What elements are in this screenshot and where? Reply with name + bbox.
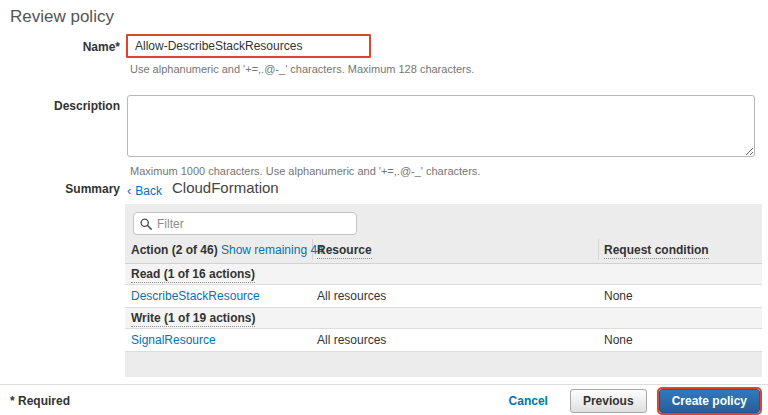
search-icon xyxy=(140,218,152,230)
group-header-row-read: Read (1 of 16 actions) xyxy=(125,264,762,285)
service-title: CloudFormation xyxy=(172,179,279,196)
required-note: * Required xyxy=(10,394,70,408)
resource-column-header: Resource xyxy=(317,243,372,259)
action-column-header: Action (2 of 46) xyxy=(131,243,218,257)
footer-actions: Cancel Previous Create policy xyxy=(509,389,760,413)
description-field-label: Description xyxy=(0,99,120,113)
column-divider xyxy=(598,239,599,260)
filter-box xyxy=(133,212,357,235)
policy-name-input[interactable] xyxy=(126,34,371,58)
summary-label: Summary xyxy=(0,182,120,196)
name-field-label: Name* xyxy=(0,40,120,54)
policy-summary-panel: Action (2 of 46) Show remaining 44 Resou… xyxy=(125,204,762,377)
table-header-row: Action (2 of 46) Show remaining 44 Resou… xyxy=(125,236,762,264)
action-link[interactable]: SignalResource xyxy=(131,333,216,347)
group-header-label: Read (1 of 16 actions) xyxy=(131,267,255,283)
table-row: DescribeStackResource All resources None xyxy=(125,285,762,308)
cancel-button[interactable]: Cancel xyxy=(509,394,548,408)
filter-input[interactable] xyxy=(157,217,350,231)
resource-value: All resources xyxy=(317,289,386,303)
request-condition-value: None xyxy=(604,333,633,347)
request-condition-value: None xyxy=(604,289,633,303)
name-helper-text: Use alphanumeric and '+=,.@-_' character… xyxy=(130,63,474,75)
group-header-row-write: Write (1 of 19 actions) xyxy=(125,308,762,329)
back-link-label: Back xyxy=(135,184,162,198)
page-title: Review policy xyxy=(10,7,114,27)
actions-table: Action (2 of 46) Show remaining 44 Resou… xyxy=(125,236,762,352)
action-link[interactable]: DescribeStackResource xyxy=(131,289,260,303)
previous-button[interactable]: Previous xyxy=(570,389,647,413)
back-link[interactable]: ‹Back xyxy=(127,183,162,198)
show-remaining-link[interactable]: Show remaining 44 xyxy=(221,243,324,257)
footer-bar: * Required Cancel Previous Create policy xyxy=(0,384,768,415)
resource-value: All resources xyxy=(317,333,386,347)
table-row: SignalResource All resources None xyxy=(125,329,762,352)
description-helper-text: Maximum 1000 characters. Use alphanumeri… xyxy=(130,165,480,177)
policy-description-textarea[interactable] xyxy=(127,95,755,157)
chevron-left-icon: ‹ xyxy=(127,183,131,198)
group-header-label: Write (1 of 19 actions) xyxy=(131,311,255,327)
request-condition-column-header: Request condition xyxy=(604,243,709,259)
create-policy-button[interactable]: Create policy xyxy=(659,389,760,413)
